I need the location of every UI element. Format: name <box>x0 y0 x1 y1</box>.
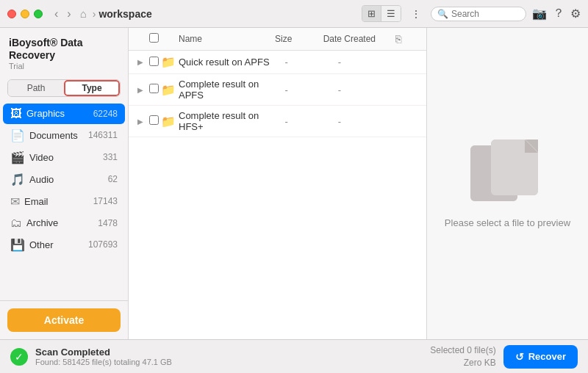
list-view-button[interactable]: ☰ <box>381 6 401 21</box>
file-size-1: - <box>284 57 337 68</box>
graphics-label: Graphics <box>26 108 89 119</box>
column-date-header: Date Created <box>323 34 395 44</box>
view-toggle: ⊞ ☰ <box>362 5 401 22</box>
sidebar-item-audio[interactable]: 🎵 Audio 62 <box>3 169 125 190</box>
expand-icon[interactable]: ▶ <box>137 117 149 126</box>
svg-marker-3 <box>525 140 538 153</box>
options-button[interactable]: ⋮ <box>407 7 425 21</box>
sidebar-footer: Activate <box>0 300 128 339</box>
video-label: Video <box>29 152 98 163</box>
documents-icon: 📄 <box>10 128 25 142</box>
documents-count: 146311 <box>88 130 118 140</box>
archive-label: Archive <box>26 217 93 228</box>
graphics-count: 62248 <box>93 109 118 119</box>
breadcrumb: › workspace <box>93 8 362 20</box>
scan-status-text: Scan Completed Found: 581425 file(s) tot… <box>35 347 423 366</box>
recover-button[interactable]: ↺ Recover <box>503 345 578 369</box>
audio-icon: 🎵 <box>10 173 25 186</box>
other-icon: 💾 <box>10 238 25 252</box>
app-title: iBoysoft® Data Recovery <box>9 37 119 62</box>
email-icon: ✉ <box>10 195 20 209</box>
home-icon[interactable]: ⌂ <box>80 7 87 20</box>
sidebar-item-graphics[interactable]: 🖼 Graphics 62248 <box>3 104 125 124</box>
nav-forward-button[interactable]: › <box>64 6 74 22</box>
table-row[interactable]: ▶ 📁 Quick result on APFS - - <box>129 51 426 74</box>
sidebar-tabs: Path Type <box>7 79 121 97</box>
file-name-3: Complete result on HFS+ <box>179 110 284 132</box>
status-bar: ✓ Scan Completed Found: 581425 file(s) t… <box>0 339 588 373</box>
file-name-1: Quick result on APFS <box>179 57 284 68</box>
row-checkbox-3[interactable] <box>149 115 161 128</box>
audio-count: 62 <box>108 174 118 184</box>
activate-button[interactable]: Activate <box>7 308 121 332</box>
row-checkbox-2[interactable] <box>149 83 161 96</box>
file-name-2: Complete result on APFS <box>179 79 284 101</box>
folder-icon-2: 📁 <box>161 83 179 97</box>
archive-icon: 🗂 <box>10 217 22 230</box>
info-button[interactable]: ？ <box>553 6 564 21</box>
column-name-header: Name <box>179 34 275 44</box>
video-count: 331 <box>103 152 118 162</box>
nav-back-button[interactable]: ‹ <box>51 6 61 22</box>
documents-label: Documents <box>29 130 84 141</box>
file-browser-header: Name Size Date Created ⎘ <box>129 28 426 51</box>
main-content: iBoysoft® Data Recovery Trial Path Type … <box>0 28 588 339</box>
maximize-button[interactable] <box>34 10 43 18</box>
sidebar: iBoysoft® Data Recovery Trial Path Type … <box>0 28 129 339</box>
table-row[interactable]: ▶ 📁 Complete result on HFS+ - - <box>129 106 426 137</box>
title-bar: ‹ › ⌂ › workspace ⊞ ☰ ⋮ 🔍 📷 ？ ⚙ <box>0 0 588 28</box>
other-label: Other <box>29 239 84 250</box>
minimize-button[interactable] <box>21 10 29 18</box>
close-button[interactable] <box>7 10 16 18</box>
selected-info: Selected 0 file(s) Zero KB <box>430 344 495 369</box>
trial-label: Trial <box>9 62 119 70</box>
sidebar-item-documents[interactable]: 📄 Documents 146311 <box>3 125 125 146</box>
column-size-header: Size <box>275 34 323 44</box>
recover-label: Recover <box>528 351 566 362</box>
preview-panel: Please select a file to preview <box>426 28 588 339</box>
archive-count: 1478 <box>98 218 118 228</box>
tab-type[interactable]: Type <box>64 80 120 96</box>
search-icon: 🔍 <box>437 9 448 19</box>
file-size-2: - <box>284 84 337 95</box>
settings-button[interactable]: ⚙ <box>570 7 581 21</box>
copy-icon[interactable]: ⎘ <box>395 33 401 45</box>
file-date-2: - <box>338 84 417 95</box>
sidebar-item-other[interactable]: 💾 Other 107693 <box>3 234 125 256</box>
file-list: ▶ 📁 Quick result on APFS - - ▶ 📁 Complet… <box>129 51 426 339</box>
table-row[interactable]: ▶ 📁 Complete result on APFS - - <box>129 74 426 106</box>
folder-icon-1: 📁 <box>161 55 179 69</box>
preview-icon-area: Please select a file to preview <box>445 140 570 228</box>
scan-title: Scan Completed <box>35 347 423 358</box>
breadcrumb-separator: › <box>93 8 96 20</box>
camera-button[interactable]: 📷 <box>532 7 547 21</box>
preview-doc-icon-front <box>491 140 538 195</box>
select-all-checkbox[interactable] <box>149 33 159 43</box>
email-label: Email <box>24 196 89 207</box>
expand-icon[interactable]: ▶ <box>137 58 149 66</box>
row-checkbox-1[interactable] <box>149 56 161 69</box>
recover-icon: ↺ <box>515 351 524 363</box>
sidebar-item-email[interactable]: ✉ Email 17143 <box>3 191 125 212</box>
scan-detail: Found: 581425 file(s) totaling 47.1 GB <box>35 358 423 366</box>
email-count: 17143 <box>93 196 118 206</box>
preview-message: Please select a file to preview <box>445 217 570 228</box>
breadcrumb-workspace: workspace <box>98 8 151 20</box>
search-input[interactable] <box>451 9 525 19</box>
traffic-lights <box>7 10 43 18</box>
grid-view-button[interactable]: ⊞ <box>362 6 381 21</box>
folder-icon-3: 📁 <box>161 115 179 128</box>
sidebar-item-video[interactable]: 🎬 Video 331 <box>3 147 125 168</box>
audio-label: Audio <box>29 174 104 185</box>
nav-buttons: ‹ › <box>51 6 74 22</box>
tab-path[interactable]: Path <box>8 80 64 96</box>
search-box[interactable]: 🔍 <box>431 7 526 21</box>
expand-icon[interactable]: ▶ <box>137 86 149 94</box>
sidebar-item-archive[interactable]: 🗂 Archive 1478 <box>3 213 125 233</box>
file-date-1: - <box>338 57 417 68</box>
graphics-icon: 🖼 <box>10 107 22 120</box>
selected-size-label: Zero KB <box>430 357 495 369</box>
preview-document-icons <box>470 140 544 206</box>
file-browser: Name Size Date Created ⎘ ▶ 📁 Quick resul… <box>129 28 426 339</box>
file-size-3: - <box>284 116 337 127</box>
